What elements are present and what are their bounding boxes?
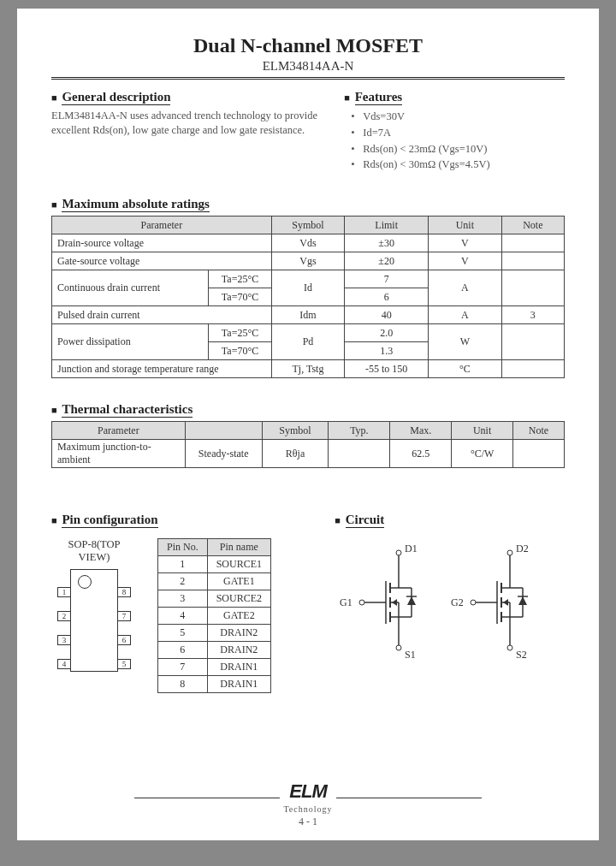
table-row: 1SOURCE1 (158, 556, 271, 573)
col-typ: Typ. (329, 422, 390, 440)
intro-columns: General description ELM34814AA-N uses ad… (51, 86, 565, 173)
pin-2: 2 (57, 611, 71, 621)
table-row: 3SOURCE2 (158, 590, 271, 608)
pin-1: 1 (57, 587, 71, 597)
table-row: 2GATE1 (158, 573, 271, 590)
table-row: Pulsed drain current Idm 40 A 3 (52, 306, 565, 324)
col-parameter: Parameter (52, 216, 272, 234)
pin-8: 8 (117, 587, 131, 597)
datasheet-page: Dual N-channel MOSFET ELM34814AA-N Gener… (17, 9, 599, 840)
part-number: ELM34814AA-N (51, 59, 565, 74)
feature-item: Id=7A (356, 125, 565, 141)
table-row: 4GATE2 (158, 608, 271, 625)
features-heading: Features (344, 90, 565, 105)
col-symbol: Symbol (262, 422, 329, 440)
table-row: Maximum junction-to-ambient Steady-state… (52, 440, 565, 468)
pin-7: 7 (117, 611, 131, 621)
label-s2: S2 (516, 649, 527, 661)
label-g1: G1 (340, 596, 352, 608)
pin-5: 5 (117, 659, 131, 669)
col-note: Note (501, 216, 564, 234)
col-limit: Limit (345, 216, 429, 234)
pin-config-section: Pin configuration SOP-8(TOP VIEW) 1 2 3 … (51, 509, 317, 693)
notch-icon (78, 575, 92, 589)
table-row: 5DRAIN2 (158, 625, 271, 642)
thermal-table: Parameter Symbol Typ. Max. Unit Note Max… (51, 421, 565, 468)
col-max: Max. (390, 422, 452, 440)
table-row: 8DRAIN1 (158, 676, 271, 693)
pin-circuit-row: Pin configuration SOP-8(TOP VIEW) 1 2 3 … (51, 509, 565, 693)
label-d2: D2 (516, 543, 529, 555)
label-g2: G2 (451, 596, 464, 608)
col-symbol: Symbol (271, 216, 345, 234)
pin-4: 4 (57, 659, 71, 669)
table-row: Junction and storage temperature range T… (52, 360, 565, 378)
circuit-diagram-icon: D1 D2 G1 G2 S1 S2 (335, 538, 557, 675)
general-text: ELM34814AA-N uses advanced trench techno… (51, 109, 327, 138)
pin-6: 6 (117, 635, 131, 645)
col-unit: Unit (452, 422, 513, 440)
label-d1: D1 (405, 543, 418, 555)
feature-item: Vds=30V (356, 109, 565, 125)
general-description-section: General description ELM34814AA-N uses ad… (51, 86, 327, 173)
pin-3: 3 (57, 635, 71, 645)
col-unit: Unit (429, 216, 502, 234)
pin-config-heading: Pin configuration (51, 513, 317, 528)
col-note: Note (513, 422, 565, 440)
general-heading: General description (51, 90, 327, 105)
features-section: Features Vds=30V Id=7A Rds(on) < 23mΩ (V… (344, 86, 565, 173)
page-title: Dual N-channel MOSFET (51, 34, 565, 57)
circuit-heading: Circuit (335, 513, 565, 528)
thermal-heading: Thermal characteristics (51, 402, 565, 418)
pin-table: Pin No. Pin name 1SOURCE1 2GATE1 3SOURCE… (157, 538, 271, 693)
page-footer: ELM Technology 4 - 1 (17, 780, 599, 828)
features-list: Vds=30V Id=7A Rds(on) < 23mΩ (Vgs=10V) R… (344, 109, 565, 173)
table-row: Continuous drain current Ta=25°C Id 7 A (52, 270, 565, 288)
max-ratings-heading: Maximum absolute ratings (51, 197, 565, 212)
col-pin-no: Pin No. (158, 539, 208, 556)
table-row: 7DRAIN1 (158, 659, 271, 676)
logo-subtext: Technology (283, 804, 332, 814)
package-view-label: SOP-8(TOP VIEW) (51, 538, 137, 564)
col-pin-name: Pin name (207, 539, 270, 556)
feature-item: Rds(on) < 23mΩ (Vgs=10V) (356, 141, 565, 157)
feature-item: Rds(on) < 30mΩ (Vgs=4.5V) (356, 157, 565, 173)
chip-body-icon: 1 2 3 4 8 7 6 5 (70, 569, 118, 672)
col-parameter: Parameter (52, 422, 186, 440)
table-row: Gate-source voltage Vgs ±20 V (52, 252, 565, 270)
page-number: 4 - 1 (17, 816, 599, 828)
label-s1: S1 (405, 649, 416, 661)
max-ratings-table: Parameter Symbol Limit Unit Note Drain-s… (51, 216, 565, 378)
table-row: 6DRAIN2 (158, 642, 271, 659)
circuit-section: Circuit (335, 509, 565, 693)
logo-icon: ELM (289, 780, 326, 802)
table-row: Drain-source voltage Vds ±30 V (52, 234, 565, 252)
table-row: Power dissipation Ta=25°C Pd 2.0 W (52, 324, 565, 342)
package-diagram: SOP-8(TOP VIEW) 1 2 3 4 8 7 6 5 (51, 538, 137, 672)
title-rule (51, 77, 565, 80)
